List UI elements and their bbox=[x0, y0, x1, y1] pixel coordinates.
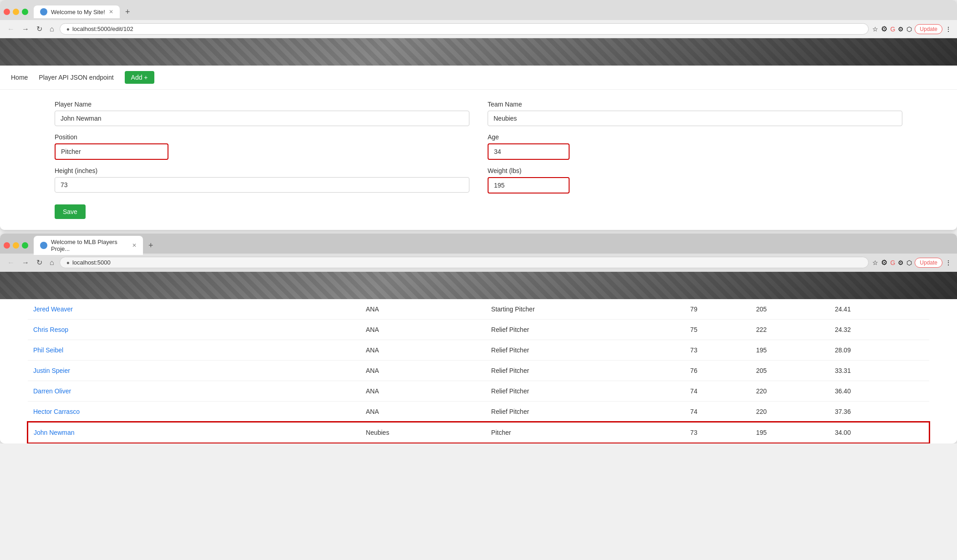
table-cell: 79 bbox=[685, 299, 751, 320]
extension-icon-1[interactable]: ⚙ bbox=[881, 25, 887, 33]
new-tab-btn-2[interactable]: + bbox=[145, 239, 157, 252]
url-text-1: localhost:5000/edit/102 bbox=[72, 25, 133, 32]
active-tab-2[interactable]: Welcome to MLB Players Proje... ✕ bbox=[34, 236, 143, 255]
table-cell: 222 bbox=[751, 320, 830, 340]
table-cell: 76 bbox=[685, 361, 751, 381]
table-row: Darren OliverANARelief Pitcher7422036.40 bbox=[28, 381, 929, 402]
table-cell: ANA bbox=[361, 381, 486, 402]
home-nav-link[interactable]: Home bbox=[11, 74, 28, 81]
form-row-1: Player Name Team Name bbox=[55, 101, 902, 126]
maximize-btn-1[interactable] bbox=[22, 9, 28, 15]
update-button-1[interactable]: Update bbox=[915, 24, 942, 34]
tab-title-2: Welcome to MLB Players Proje... bbox=[51, 239, 128, 252]
player-name-cell[interactable]: Darren Oliver bbox=[28, 381, 361, 402]
table-cell: 75 bbox=[685, 320, 751, 340]
player-name-label: Player Name bbox=[55, 101, 469, 108]
table-cell: 37.36 bbox=[830, 402, 929, 423]
ext-icon-2d[interactable]: ⬡ bbox=[906, 259, 912, 266]
home-btn-1[interactable]: ⌂ bbox=[48, 24, 56, 34]
height-label: Height (inches) bbox=[55, 167, 469, 174]
active-tab-1[interactable]: Welcome to My Site! ✕ bbox=[34, 5, 120, 18]
table-row: Chris ResopANARelief Pitcher7522224.32 bbox=[28, 320, 929, 340]
update-button-2[interactable]: Update bbox=[915, 258, 942, 268]
weight-group: Weight (lbs) bbox=[488, 167, 902, 193]
extension-icon-3[interactable]: ⚙ bbox=[898, 25, 904, 33]
minimize-btn-1[interactable] bbox=[13, 9, 19, 15]
table-cell: 34.00 bbox=[830, 422, 929, 443]
table-cell: 24.32 bbox=[830, 320, 929, 340]
menu-dots-1[interactable]: ⋮ bbox=[945, 25, 952, 33]
player-name-cell[interactable]: Jered Weaver bbox=[28, 299, 361, 320]
ext-icon-2a[interactable]: ⚙ bbox=[881, 258, 887, 267]
forward-btn-1[interactable]: → bbox=[20, 24, 31, 34]
browser-window-2: Welcome to MLB Players Proje... ✕ + ← → … bbox=[0, 234, 957, 443]
height-group: Height (inches) bbox=[55, 167, 469, 193]
api-nav-link[interactable]: Player API JSON endpoint bbox=[39, 74, 113, 81]
table-cell: 205 bbox=[751, 299, 830, 320]
weight-label: Weight (lbs) bbox=[488, 167, 902, 174]
table-cell: 24.41 bbox=[830, 299, 929, 320]
toolbar-right-2: ☆ ⚙ G ⚙ ⬡ Update ⋮ bbox=[872, 258, 952, 268]
star-icon[interactable]: ☆ bbox=[872, 25, 878, 33]
back-btn-1[interactable]: ← bbox=[5, 24, 16, 34]
position-input[interactable] bbox=[55, 143, 168, 160]
tab-close-2[interactable]: ✕ bbox=[132, 242, 137, 249]
player-name-cell[interactable]: Justin Speier bbox=[28, 361, 361, 381]
ext-icon-2c[interactable]: ⚙ bbox=[898, 259, 904, 266]
table-cell: ANA bbox=[361, 320, 486, 340]
toolbar-right-1: ☆ ⚙ G ⚙ ⬡ Update ⋮ bbox=[872, 24, 952, 34]
player-name-cell[interactable]: Chris Resop bbox=[28, 320, 361, 340]
team-name-input[interactable] bbox=[488, 111, 902, 126]
maximize-btn-2[interactable] bbox=[22, 242, 28, 249]
extension-icon-2[interactable]: G bbox=[890, 25, 895, 33]
position-label: Position bbox=[55, 133, 469, 141]
form-row-2: Position Age bbox=[55, 133, 902, 160]
refresh-btn-2[interactable]: ↻ bbox=[35, 257, 44, 268]
browser-window-1: Welcome to My Site! ✕ + ← → ↻ ⌂ ● localh… bbox=[0, 0, 957, 230]
refresh-btn-1[interactable]: ↻ bbox=[35, 24, 44, 34]
table-cell: 73 bbox=[685, 340, 751, 361]
table-cell: 74 bbox=[685, 381, 751, 402]
minimize-btn-2[interactable] bbox=[13, 242, 19, 249]
player-name-cell[interactable]: Phil Seibel bbox=[28, 340, 361, 361]
lock-icon-1: ● bbox=[66, 26, 70, 32]
back-btn-2[interactable]: ← bbox=[5, 258, 16, 268]
new-tab-btn-1[interactable]: + bbox=[122, 5, 134, 19]
table-cell: Relief Pitcher bbox=[486, 320, 685, 340]
weight-input[interactable] bbox=[488, 177, 570, 193]
player-name-cell[interactable]: Hector Carrasco bbox=[28, 402, 361, 423]
player-name-input[interactable] bbox=[55, 111, 469, 126]
extension-icon-4[interactable]: ⬡ bbox=[906, 25, 912, 33]
close-btn-2[interactable] bbox=[4, 242, 10, 249]
age-label: Age bbox=[488, 133, 902, 141]
height-input[interactable] bbox=[55, 177, 469, 193]
table-cell: 73 bbox=[685, 422, 751, 443]
table-cell: 205 bbox=[751, 361, 830, 381]
tab-icon-2 bbox=[40, 242, 47, 249]
url-bar-1[interactable]: ● localhost:5000/edit/102 bbox=[60, 23, 869, 35]
player-name-cell[interactable]: John Newman bbox=[28, 422, 361, 443]
close-btn-1[interactable] bbox=[4, 9, 10, 15]
players-table: Jered WeaverANAStarting Pitcher7920524.4… bbox=[27, 299, 930, 443]
age-input[interactable] bbox=[488, 143, 570, 160]
save-button[interactable]: Save bbox=[55, 204, 86, 219]
star-icon-2[interactable]: ☆ bbox=[872, 259, 878, 266]
ext-icon-2b[interactable]: G bbox=[890, 259, 895, 266]
tab-close-1[interactable]: ✕ bbox=[109, 9, 113, 15]
table-cell: 74 bbox=[685, 402, 751, 423]
home-btn-2[interactable]: ⌂ bbox=[48, 258, 56, 268]
table-cell: 33.31 bbox=[830, 361, 929, 381]
table-cell: Relief Pitcher bbox=[486, 402, 685, 423]
player-name-group: Player Name bbox=[55, 101, 469, 126]
table-cell: ANA bbox=[361, 361, 486, 381]
edit-form: Player Name Team Name Position Age Heigh… bbox=[0, 90, 957, 230]
window-controls-2 bbox=[4, 242, 28, 249]
add-button[interactable]: Add + bbox=[125, 71, 154, 84]
forward-btn-2[interactable]: → bbox=[20, 258, 31, 268]
url-text-2: localhost:5000 bbox=[72, 259, 111, 266]
lock-icon-2: ● bbox=[66, 260, 70, 266]
tab-bar-2: Welcome to MLB Players Proje... ✕ + bbox=[0, 234, 957, 254]
url-bar-2[interactable]: ● localhost:5000 bbox=[60, 257, 869, 268]
address-bar-2: ← → ↻ ⌂ ● localhost:5000 ☆ ⚙ G ⚙ ⬡ Updat… bbox=[0, 254, 957, 272]
menu-dots-2[interactable]: ⋮ bbox=[945, 259, 952, 266]
